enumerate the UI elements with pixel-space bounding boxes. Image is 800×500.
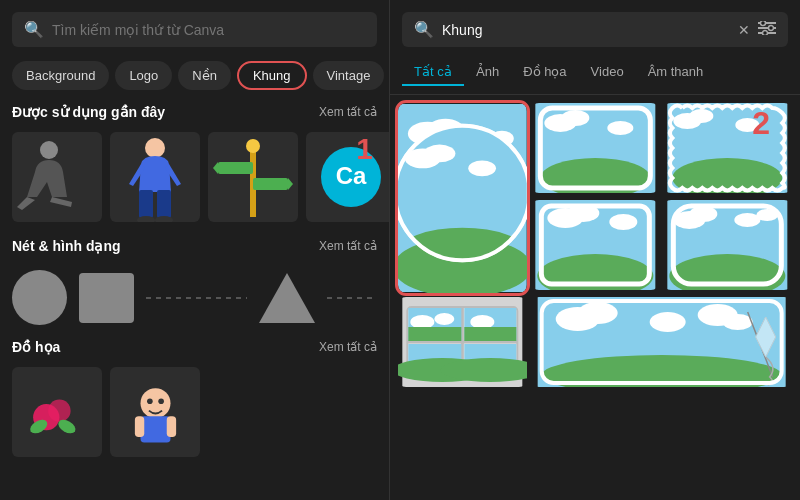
left-search-wrapper: 🔍 xyxy=(12,12,377,47)
clear-icon[interactable]: ✕ xyxy=(738,22,750,38)
recent-item-3[interactable] xyxy=(208,132,298,222)
frame-rounded-rect-2[interactable] xyxy=(531,200,660,290)
svg-point-80 xyxy=(434,313,454,325)
category-tabs: Background Logo Nền Khung Vintage xyxy=(0,55,389,96)
recently-used-title: Được sử dụng gần đây xyxy=(12,104,165,120)
svg-point-53 xyxy=(607,121,633,135)
dohoa-item-1[interactable] xyxy=(12,367,102,457)
search-icon: 🔍 xyxy=(24,20,44,39)
shape-circle[interactable] xyxy=(12,270,67,325)
right-search-bar: 🔍 Khung ✕ xyxy=(390,0,800,55)
recent-item-2[interactable] xyxy=(110,132,200,222)
section-header-recent: Được sử dụng gần đây Xem tất cả xyxy=(12,104,377,120)
tab-khung[interactable]: Khung xyxy=(237,61,307,90)
svg-rect-26 xyxy=(134,416,143,437)
right-search-icon: 🔍 xyxy=(414,20,434,39)
svg-rect-81 xyxy=(408,327,461,341)
svg-rect-4 xyxy=(139,190,153,218)
svg-point-35 xyxy=(763,30,768,35)
svg-rect-27 xyxy=(166,416,175,437)
svg-text:Ca: Ca xyxy=(336,162,367,189)
svg-point-29 xyxy=(158,398,164,404)
frame-cloud-shape[interactable] xyxy=(663,200,792,290)
recently-used-section: Được sử dụng gần đây Xem tất cả xyxy=(0,96,389,132)
svg-rect-13 xyxy=(253,178,288,190)
step-number-1: 1 xyxy=(356,132,373,166)
dohoa-title: Đồ họa xyxy=(12,339,60,355)
svg-point-92 xyxy=(649,312,685,332)
frames-grid xyxy=(390,95,800,395)
svg-point-33 xyxy=(761,21,766,26)
shape-dash-line2 xyxy=(327,297,377,299)
tab-nen[interactable]: Nền xyxy=(178,61,231,90)
tab-background[interactable]: Background xyxy=(12,61,109,90)
right-search-wrapper: 🔍 Khung ✕ xyxy=(402,12,788,47)
dohoa-section: Đồ họa Xem tất cả xyxy=(0,333,389,367)
frame-rounded-rect-1[interactable] xyxy=(531,103,660,193)
left-search-input[interactable] xyxy=(52,22,365,38)
svg-point-91 xyxy=(577,302,617,324)
svg-point-46 xyxy=(424,145,456,163)
tab-dohoa[interactable]: Đồ họa xyxy=(511,59,578,86)
filter-icon[interactable] xyxy=(758,21,776,39)
shape-rect[interactable] xyxy=(79,273,134,323)
svg-point-79 xyxy=(410,315,434,329)
right-panel: 🔍 Khung ✕ Tất cả Ảnh Đồ họa Video Âm tha… xyxy=(390,0,800,500)
shapes-section: Nét & hình dạng Xem tất cả xyxy=(0,230,389,266)
dohoa-header: Đồ họa Xem tất cả xyxy=(12,339,377,355)
svg-point-20 xyxy=(48,399,71,422)
tab-amthanh[interactable]: Âm thanh xyxy=(636,59,716,86)
svg-point-47 xyxy=(468,160,496,176)
shapes-header: Nét & hình dạng Xem tất cả xyxy=(12,238,377,254)
svg-point-52 xyxy=(561,110,589,126)
svg-rect-5 xyxy=(157,190,171,218)
svg-point-1 xyxy=(40,141,58,159)
tab-anh[interactable]: Ảnh xyxy=(464,59,511,86)
svg-point-10 xyxy=(246,139,260,153)
svg-point-58 xyxy=(690,109,714,123)
svg-point-83 xyxy=(470,315,494,329)
recently-used-link[interactable]: Xem tất cả xyxy=(319,105,377,119)
shapes-link[interactable]: Xem tất cả xyxy=(319,239,377,253)
left-search-bar: 🔍 xyxy=(0,0,389,55)
tab-vintage[interactable]: Vintage xyxy=(313,61,385,90)
dohoa-items-row xyxy=(0,367,389,465)
dohoa-link[interactable]: Xem tất cả xyxy=(319,340,377,354)
frame-wide-sky[interactable] xyxy=(531,297,792,387)
right-search-input[interactable]: Khung xyxy=(442,22,730,38)
tab-tatca[interactable]: Tất cả xyxy=(402,59,464,86)
svg-point-64 xyxy=(609,214,637,230)
svg-point-3 xyxy=(145,138,165,158)
frame-scalloped[interactable] xyxy=(663,103,792,193)
recent-item-1[interactable] xyxy=(12,132,102,222)
recent-items-row: Ca 1 xyxy=(0,132,389,230)
tab-logo[interactable]: Logo xyxy=(115,61,172,90)
shapes-row xyxy=(0,266,389,333)
frame-window[interactable] xyxy=(398,297,527,387)
svg-rect-11 xyxy=(218,162,253,174)
left-panel: 🔍 Background Logo Nền Khung Vintage Được… xyxy=(0,0,390,500)
shape-triangle[interactable] xyxy=(259,273,315,323)
right-tabs: Tất cả Ảnh Đồ họa Video Âm thanh xyxy=(390,55,800,95)
svg-point-94 xyxy=(722,314,752,330)
step-number-2: 2 xyxy=(752,105,770,142)
svg-rect-25 xyxy=(140,416,170,442)
dohoa-item-2[interactable] xyxy=(110,367,200,457)
shape-dash-line xyxy=(146,297,247,299)
tab-video[interactable]: Video xyxy=(579,59,636,86)
svg-rect-84 xyxy=(464,327,516,341)
frame-circle-sky[interactable] xyxy=(398,103,527,293)
svg-point-34 xyxy=(769,25,774,30)
recent-item-4[interactable]: Ca xyxy=(306,132,390,222)
svg-point-28 xyxy=(147,398,153,404)
shapes-title: Nét & hình dạng xyxy=(12,238,121,254)
